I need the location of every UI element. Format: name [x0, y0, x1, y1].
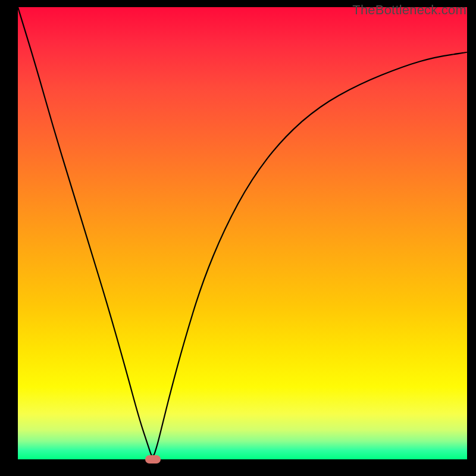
chart-frame: TheBottleneck.com — [0, 0, 476, 476]
min-marker — [145, 455, 161, 464]
watermark-text: TheBottleneck.com — [352, 2, 466, 18]
plot-area — [18, 7, 467, 459]
curve-svg — [18, 7, 467, 459]
bottleneck-curve — [18, 7, 467, 456]
